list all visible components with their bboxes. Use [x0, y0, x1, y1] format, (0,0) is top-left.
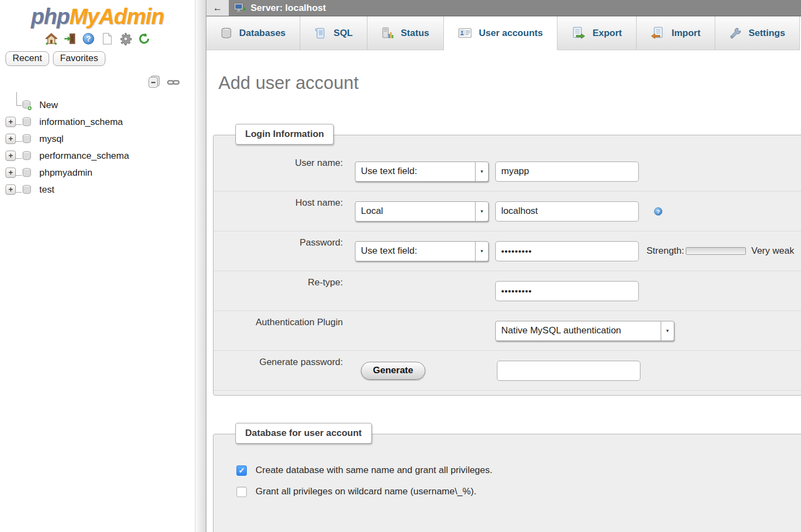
select-value: Local [355, 202, 475, 221]
tab-sql[interactable]: SQL [300, 16, 367, 50]
tree-item-new-database[interactable]: New [0, 97, 195, 113]
server-title-text: Server: localhost [251, 3, 326, 14]
tab-user-accounts[interactable]: User accounts [444, 16, 557, 50]
generate-button[interactable]: Generate [361, 362, 425, 380]
tree-item-database[interactable]: information_schema [0, 113, 195, 130]
phpmyadmin-logo[interactable]: phpMyAdmin [0, 4, 195, 29]
tree-item-database[interactable]: test [0, 181, 195, 198]
svg-text:?: ? [86, 34, 91, 43]
username-type-select[interactable]: Use text field: ▼ [355, 162, 489, 182]
logo-myadmin-text: MyAdmin [69, 4, 164, 28]
recent-button[interactable]: Recent [5, 51, 49, 66]
link-with-main-icon[interactable] [166, 75, 181, 89]
home-icon[interactable] [44, 31, 58, 46]
svg-text:?: ? [656, 208, 660, 214]
strength-label: Strength: [646, 246, 684, 256]
tree-item-database[interactable]: performance_schema [0, 147, 195, 164]
database-icon [221, 28, 232, 39]
server-tabs: Databases SQL Status User accounts Expor… [206, 16, 801, 50]
tab-import[interactable]: Import [637, 16, 715, 50]
docs-icon[interactable] [99, 31, 114, 46]
expand-icon[interactable] [5, 168, 16, 178]
sidebar-resize-handle[interactable] [195, 0, 206, 532]
create-database-checkbox[interactable] [236, 465, 247, 476]
tree-tools [0, 75, 181, 89]
strength-text: Very weak [751, 246, 794, 256]
hostname-help-icon[interactable]: ? [654, 207, 663, 216]
favorites-button[interactable]: Favorites [53, 51, 105, 66]
gear-icon[interactable] [118, 31, 133, 46]
generated-password-input[interactable] [497, 361, 640, 381]
password-input[interactable] [495, 241, 639, 261]
tab-databases[interactable]: Databases [206, 16, 300, 50]
password-row: Password: Use text field: ▼ Strength: [213, 231, 801, 271]
create-database-option[interactable]: Create database with same name and grant… [236, 465, 801, 476]
auth-plugin-label: Authentication Plugin [226, 311, 343, 350]
tree-item-label[interactable]: information_schema [39, 117, 123, 128]
hostname-input[interactable] [495, 201, 639, 222]
database-icon [22, 151, 32, 163]
expand-icon[interactable] [5, 184, 16, 195]
retype-password-input[interactable] [495, 281, 639, 301]
tree-item-label[interactable]: test [39, 184, 54, 195]
tab-settings[interactable]: Settings [715, 16, 800, 50]
tree-item-database[interactable]: mysql [0, 130, 195, 147]
wrench-icon [729, 27, 741, 39]
user-accounts-icon [458, 27, 472, 39]
username-row: User name: Use text field: ▼ [213, 152, 801, 192]
expand-icon[interactable] [5, 151, 16, 161]
tree-item-label[interactable]: performance_schema [39, 151, 129, 162]
database-icon [22, 117, 32, 129]
tree-item-label[interactable]: mysql [39, 134, 63, 145]
tab-label: Status [401, 28, 429, 39]
export-icon [572, 27, 585, 39]
new-database-icon [22, 100, 32, 113]
collapse-all-icon[interactable] [147, 75, 162, 89]
checkbox-label[interactable]: Create database with same name and grant… [256, 465, 493, 476]
auth-plugin-select[interactable]: Native MySQL authentication ▼ [495, 321, 674, 341]
hostname-type-select[interactable]: Local ▼ [355, 201, 489, 222]
select-value: Use text field: [355, 242, 475, 261]
retype-row: Re-type: [213, 271, 801, 311]
server-title: Server: localhost [234, 3, 326, 14]
tab-label: Databases [239, 28, 286, 39]
fieldset-legend: Database for user account [235, 423, 372, 444]
back-button[interactable]: ← [206, 0, 229, 16]
status-icon [382, 27, 394, 39]
expand-icon[interactable] [5, 117, 16, 127]
database-icon [22, 134, 32, 146]
strength-meter [686, 247, 746, 255]
import-icon [651, 27, 664, 39]
grant-wildcard-option[interactable]: Grant all privileges on wildcard name (u… [236, 486, 801, 497]
fieldset-legend: Login Information [235, 124, 334, 145]
tab-label: Import [672, 28, 701, 39]
tree-item-database[interactable]: phpmyadmin [0, 164, 195, 181]
chevron-down-icon: ▼ [661, 321, 674, 340]
tab-label: Settings [749, 28, 785, 39]
database-tree: New information_schema mysql performance… [0, 97, 195, 198]
chevron-down-icon: ▼ [475, 202, 488, 221]
username-label: User name: [226, 152, 343, 191]
tab-status[interactable]: Status [367, 16, 444, 50]
password-type-select[interactable]: Use text field: ▼ [355, 241, 489, 261]
generate-password-row: Generate password: Generate [213, 351, 801, 391]
expand-icon[interactable] [5, 134, 16, 144]
checkbox-label[interactable]: Grant all privileges on wildcard name (u… [256, 486, 476, 497]
tab-export[interactable]: Export [557, 16, 637, 50]
refresh-icon[interactable] [137, 31, 151, 46]
tab-label: SQL [334, 28, 353, 39]
auth-plugin-row: Authentication Plugin Native MySQL authe… [213, 311, 801, 351]
grant-wildcard-checkbox[interactable] [236, 487, 247, 497]
help-icon[interactable]: ? [81, 31, 96, 46]
tree-item-label: New [39, 100, 58, 111]
tree-item-label[interactable]: phpmyadmin [39, 168, 92, 178]
password-strength: Strength: Very weak [646, 246, 794, 256]
chevron-down-icon: ▼ [475, 162, 488, 181]
database-for-user-fieldset: Database for user account Create databas… [213, 434, 801, 532]
logout-icon[interactable] [62, 31, 77, 46]
server-breadcrumb-bar: ← Server: localhost [206, 0, 801, 16]
select-value: Native MySQL authentication [496, 321, 661, 340]
database-icon [22, 168, 32, 180]
username-input[interactable] [495, 162, 639, 182]
main-panel: ← Server: localhost Databases SQL Status [206, 0, 801, 532]
